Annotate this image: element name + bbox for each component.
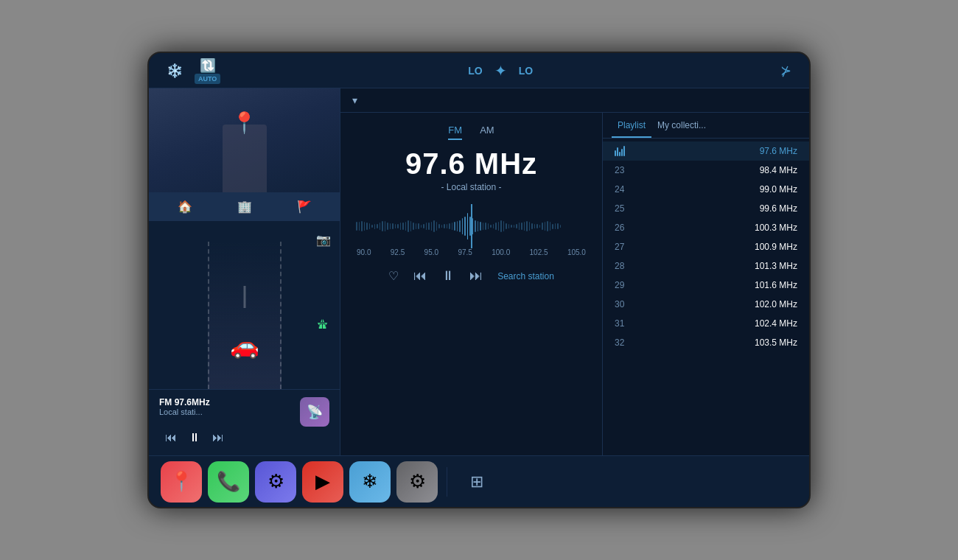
map-nav-bar: 🏠 🏢 🚩 bbox=[149, 192, 340, 220]
dock-separator bbox=[447, 467, 447, 497]
frequency-tick bbox=[433, 220, 435, 231]
playlist-item[interactable]: 2398.4 MHz bbox=[603, 161, 809, 180]
playlist-item[interactable]: 27100.9 MHz bbox=[603, 237, 809, 256]
frequency-bar-container[interactable]: 90.092.595.097.5100.0102.5105.0 bbox=[355, 204, 587, 256]
frequency-tick bbox=[431, 222, 433, 231]
playlist-item-number: 29 bbox=[615, 280, 635, 290]
fan-auto-icon[interactable]: 🔃 bbox=[200, 57, 216, 74]
frequency-tick bbox=[469, 217, 471, 236]
frequency-tick bbox=[500, 220, 502, 232]
map-section[interactable]: 📍 🏠 🏢 🚩 bbox=[149, 88, 340, 221]
prev-station-button[interactable]: ⏮ bbox=[413, 268, 427, 284]
frequency-tick bbox=[392, 223, 394, 229]
frequency-tick bbox=[426, 223, 427, 230]
frequency-tick bbox=[555, 223, 556, 229]
drive-assist-section: 📷 🚗 🛣 bbox=[149, 221, 340, 389]
frequency-tick bbox=[452, 223, 453, 230]
frequency-tick bbox=[459, 220, 461, 232]
road-center-line bbox=[243, 286, 245, 308]
cast-button[interactable]: 📡 bbox=[300, 397, 329, 427]
lane-assist-icon: 🛣 bbox=[318, 318, 328, 330]
now-playing-bar: FM 97.6MHz Local stati... 📡 ⏮ ⏸ ⏭ bbox=[149, 389, 340, 455]
next-track-button[interactable]: ⏭ bbox=[212, 431, 224, 444]
frequency-tick bbox=[503, 221, 505, 232]
freq-label: 95.0 bbox=[424, 248, 438, 256]
dock-phone-app[interactable]: 📞 bbox=[208, 461, 249, 503]
map-pin-icon: 📍 bbox=[231, 111, 257, 135]
chevron-down-icon[interactable]: ▾ bbox=[352, 94, 357, 106]
playlist-item[interactable]: 29101.6 MHz bbox=[603, 276, 809, 295]
pause-button[interactable]: ⏸ bbox=[441, 268, 455, 284]
playlist-item[interactable]: 97.6 MHz bbox=[603, 141, 809, 161]
next-station-button[interactable]: ⏭ bbox=[469, 268, 483, 284]
tab-fm[interactable]: FM bbox=[448, 125, 462, 140]
frequency-tick bbox=[519, 223, 520, 231]
playlist-item-frequency: 99.0 MHz bbox=[760, 184, 797, 195]
tab-my-collection[interactable]: My collecti... bbox=[651, 120, 712, 138]
playlist-item-frequency: 100.9 MHz bbox=[755, 242, 797, 252]
frequency-tick bbox=[385, 221, 386, 231]
play-pause-button[interactable]: ⏸ bbox=[189, 431, 200, 444]
playlist-item[interactable]: 31102.4 MHz bbox=[603, 314, 809, 333]
frequency-tick bbox=[498, 222, 500, 231]
radio-content: FM AM 97.6 MHz - Local station - 90.0 bbox=[340, 113, 809, 455]
tab-am[interactable]: AM bbox=[480, 125, 494, 140]
bluetooth-icon[interactable]: ⊁ bbox=[780, 63, 791, 79]
dock-app-grid[interactable]: ⊞ bbox=[456, 461, 497, 503]
frequency-tick bbox=[480, 222, 481, 231]
fan-speed-icon[interactable]: ✦ bbox=[494, 62, 507, 80]
playlist-item[interactable]: 26100.3 MHz bbox=[603, 218, 809, 237]
playlist-tabs: Playlist My collecti... bbox=[603, 113, 809, 139]
freq-label: 90.0 bbox=[357, 248, 371, 256]
frequency-ticks bbox=[355, 211, 587, 241]
nav-building-icon[interactable]: 🏢 bbox=[237, 200, 252, 214]
dock-media-app[interactable]: ▶ bbox=[302, 461, 343, 503]
playlist-item[interactable]: 2599.6 MHz bbox=[603, 199, 809, 218]
nav-home-icon[interactable]: 🏠 bbox=[178, 200, 192, 214]
frequency-tick bbox=[454, 222, 455, 231]
climate-right: ⊁ bbox=[780, 63, 791, 79]
defrost-icon[interactable]: ❄️ bbox=[167, 63, 183, 79]
frequency-tick bbox=[395, 224, 396, 228]
frequency-tick bbox=[462, 218, 464, 234]
frequency-tick bbox=[516, 224, 517, 228]
playlist-item[interactable]: 28101.3 MHz bbox=[603, 256, 809, 276]
tab-playlist[interactable]: Playlist bbox=[612, 120, 651, 138]
dock-maps-app[interactable]: 📍 bbox=[161, 461, 202, 503]
playlist-item-frequency: 99.6 MHz bbox=[760, 203, 797, 214]
nav-flag-icon[interactable]: 🚩 bbox=[297, 200, 312, 214]
maps-icon: 📍 bbox=[169, 470, 193, 493]
frequency-tick bbox=[506, 223, 507, 230]
search-station-button[interactable]: Search station bbox=[497, 271, 554, 281]
car-3d-icon: 🚗 bbox=[230, 332, 259, 360]
playlist-item[interactable]: 30102.0 MHz bbox=[603, 295, 809, 314]
frequency-tick bbox=[416, 223, 417, 228]
frequency-bar bbox=[355, 204, 587, 248]
frequency-tick bbox=[534, 224, 536, 229]
assist-mode-icon[interactable]: 📷 bbox=[316, 233, 331, 247]
dock-fan-app[interactable]: ❄ bbox=[349, 461, 391, 503]
frequency-tick bbox=[400, 223, 402, 229]
frequency-tick bbox=[418, 223, 419, 229]
favorite-button[interactable]: ♡ bbox=[388, 269, 399, 283]
radio-station-label: - Local station - bbox=[441, 182, 501, 192]
frequency-tick bbox=[536, 224, 538, 228]
frequency-tick bbox=[526, 221, 528, 231]
frequency-tick bbox=[550, 222, 551, 231]
frequency-tick bbox=[369, 223, 371, 230]
frequency-tick bbox=[472, 218, 474, 234]
playlist-item-frequency: 103.5 MHz bbox=[755, 337, 797, 348]
prev-track-button[interactable]: ⏮ bbox=[165, 431, 177, 444]
frequency-tick bbox=[423, 224, 424, 228]
playlist-item[interactable]: 2499.0 MHz bbox=[603, 180, 809, 199]
radio-panel: ▾ FM AM 97.6 MHz - Local station - bbox=[340, 88, 809, 455]
media-icon: ▶ bbox=[315, 470, 330, 493]
playlist-item-number: 27 bbox=[615, 242, 635, 252]
frequency-tick bbox=[508, 224, 510, 228]
dock-system-settings[interactable]: ⚙ bbox=[396, 461, 438, 503]
dock-settings-app[interactable]: ⚙ bbox=[255, 461, 296, 503]
frequency-tick bbox=[449, 223, 450, 228]
frequency-tick bbox=[545, 222, 546, 230]
playlist-item[interactable]: 32103.5 MHz bbox=[603, 333, 809, 352]
frequency-tick bbox=[488, 223, 489, 228]
